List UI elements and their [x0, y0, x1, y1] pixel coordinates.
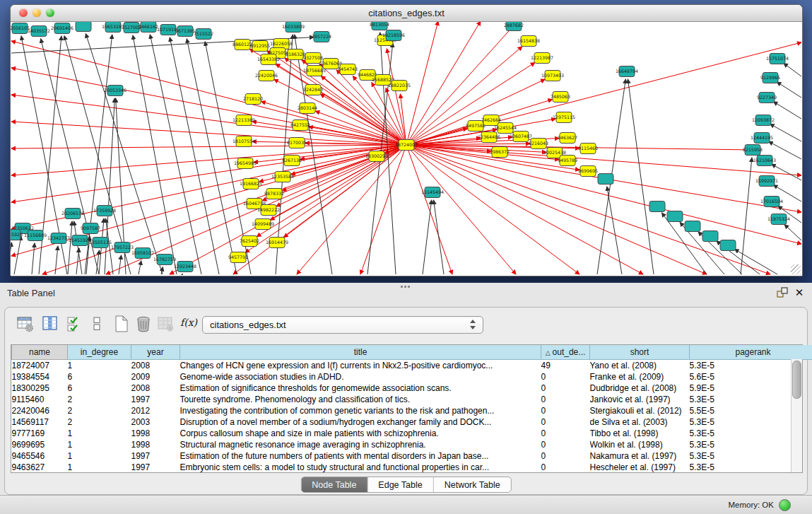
- graph-node[interactable]: 9115460: [578, 144, 598, 154]
- graph-node[interactable]: [702, 231, 718, 242]
- graph-node[interactable]: 8186328: [286, 49, 305, 60]
- graph-node[interactable]: 18756685: [303, 66, 326, 76]
- graph-node[interactable]: 14035572: [28, 26, 50, 37]
- graph-node[interactable]: 19218596: [382, 30, 405, 41]
- table-scrollbar-thumb[interactable]: [792, 361, 801, 399]
- graph-node[interactable]: 8860122: [233, 40, 252, 50]
- graph-node[interactable]: 12444195: [751, 133, 773, 144]
- splitter-grip-icon[interactable]: [400, 285, 410, 289]
- graph-node[interactable]: 2887682: [504, 22, 524, 31]
- column-header-out_de[interactable]: △out_de...: [541, 345, 590, 360]
- graph-node[interactable]: 9097587: [81, 223, 100, 234]
- graph-node[interactable]: 16543382: [257, 54, 280, 65]
- graph-node[interactable]: 9699695: [578, 166, 598, 177]
- graph-node[interactable]: 9129966: [760, 73, 780, 83]
- graph-node[interactable]: 17957223: [111, 243, 134, 253]
- graph-node[interactable]: [685, 221, 700, 232]
- graph-node[interactable]: 2803144: [298, 103, 317, 114]
- graph-node[interactable]: 12975115: [553, 112, 575, 123]
- graph-node[interactable]: 19166825: [240, 179, 262, 189]
- graph-node[interactable]: 17016504: [760, 197, 783, 207]
- table-row[interactable]: 1456911722003Disruption of a novel membe…: [12, 416, 812, 428]
- table-row[interactable]: 1872400712008Changes of HCN gene express…: [12, 360, 812, 372]
- graph-node[interactable]: 6216043: [529, 139, 548, 149]
- graph-node[interactable]: 12093872: [752, 115, 775, 126]
- table-row[interactable]: 911546021997Tourette syndrome. Phenomeno…: [12, 394, 812, 405]
- graph-node[interactable]: 8267130: [282, 156, 302, 166]
- column-header-year[interactable]: year: [131, 345, 180, 360]
- table-row[interactable]: 946362711997Embryonic stem cells: a mode…: [12, 462, 812, 473]
- network-canvas[interactable]: 1872400788601228912955182260581827505816…: [11, 22, 802, 276]
- graph-node[interactable]: 7485063: [551, 92, 570, 103]
- graph-node[interactable]: 20053346: [104, 86, 126, 96]
- graph-node[interactable]: [598, 174, 613, 185]
- graph-node[interactable]: 12213389: [233, 115, 255, 126]
- graph-node[interactable]: 9466162: [139, 22, 158, 33]
- graph-node[interactable]: 11156889: [24, 230, 47, 241]
- table-row[interactable]: 946554611997Estimation of the future num…: [12, 450, 812, 462]
- graph-node[interactable]: 16958107: [131, 248, 154, 259]
- table-row[interactable]: 969969511998Structural magnetic resonanc…: [12, 439, 812, 450]
- window-titlebar[interactable]: citations_edges.txt: [11, 5, 802, 22]
- table-row[interactable]: 1830029562008Estimation of significance …: [12, 382, 812, 394]
- graph-node[interactable]: 8427552: [290, 120, 310, 131]
- graph-node[interactable]: 20206576: [61, 209, 84, 219]
- graph-node[interactable]: 9463627: [558, 133, 577, 144]
- graph-node[interactable]: 18107554: [233, 136, 255, 147]
- graph-node[interactable]: 16648794: [616, 66, 638, 77]
- graph-node[interactable]: 2056105: [11, 23, 30, 34]
- show-column-icon[interactable]: [41, 315, 59, 333]
- column-header-title[interactable]: title: [180, 345, 541, 360]
- graph-node[interactable]: 9457791: [228, 252, 248, 263]
- graph-node[interactable]: 12342757: [47, 233, 70, 244]
- graph-node[interactable]: 7625402: [240, 236, 259, 247]
- graph-node[interactable]: 16033809: [282, 22, 305, 33]
- graph-node[interactable]: 2718120: [243, 94, 263, 105]
- table-settings-icon[interactable]: [16, 315, 35, 333]
- graph-node[interactable]: 12364486: [478, 132, 500, 143]
- row-height-icon[interactable]: [88, 315, 106, 333]
- tab-network-table[interactable]: Network Table: [433, 477, 511, 492]
- graph-node[interactable]: 12353584: [271, 172, 294, 182]
- column-header-pagerank[interactable]: pagerank: [690, 345, 812, 360]
- graph-node[interactable]: 11875324: [767, 214, 790, 225]
- table-scrollbar[interactable]: [791, 359, 802, 472]
- graph-node[interactable]: 22420046: [255, 71, 278, 81]
- column-selection-icon[interactable]: [65, 315, 83, 333]
- network-window[interactable]: citations_edges.txt 18724007886012289129…: [10, 4, 803, 276]
- graph-node[interactable]: 15751074: [766, 54, 789, 64]
- graph-node[interactable]: 9242843: [303, 85, 323, 95]
- graph-node[interactable]: 8454743: [338, 64, 358, 75]
- window-resize-grip[interactable]: [791, 264, 801, 274]
- column-header-short[interactable]: short: [590, 345, 690, 360]
- graph-node[interactable]: 7857224: [312, 32, 331, 42]
- graph-node[interactable]: 18822035: [388, 81, 411, 91]
- graph-node[interactable]: 14099489: [252, 219, 274, 230]
- graph-node[interactable]: 15145494: [421, 187, 444, 198]
- column-header-in_degree[interactable]: in_degree: [68, 345, 131, 360]
- graph-node[interactable]: 8215958: [743, 145, 763, 156]
- table-row[interactable]: 977716911998Corpus callosum shape and si…: [12, 428, 812, 439]
- graph-node[interactable]: 10973493: [541, 71, 564, 81]
- table-selector-dropdown[interactable]: citations_edges.txt: [202, 316, 483, 334]
- create-column-icon[interactable]: [112, 315, 131, 333]
- graph-node[interactable]: 16154838: [517, 36, 540, 47]
- function-builder-icon[interactable]: f(x): [180, 317, 199, 335]
- graph-node[interactable]: [720, 240, 736, 251]
- graph-node[interactable]: 12923448: [174, 262, 196, 272]
- graph-node[interactable]: 15992971: [755, 176, 778, 187]
- graph-node[interactable]: 18300295: [365, 151, 388, 162]
- graph-node[interactable]: 18724007: [395, 140, 418, 151]
- graph-node[interactable]: 8170035: [287, 138, 307, 148]
- delete-column-icon[interactable]: [134, 315, 153, 333]
- graph-node[interactable]: 9495789: [558, 156, 577, 166]
- graph-node[interactable]: 16210643: [753, 156, 776, 166]
- graph-node[interactable]: 14982222: [257, 205, 280, 216]
- graph-node[interactable]: [76, 22, 91, 32]
- graph-node[interactable]: 11451924: [69, 235, 91, 246]
- graph-node[interactable]: 9227349: [757, 93, 777, 103]
- graph-node[interactable]: 7986372: [490, 147, 510, 158]
- tab-edge-table[interactable]: Edge Table: [367, 477, 433, 492]
- graph-node[interactable]: 9671385: [175, 26, 195, 37]
- table-row[interactable]: 1938455462009Genome-wide association stu…: [12, 371, 812, 382]
